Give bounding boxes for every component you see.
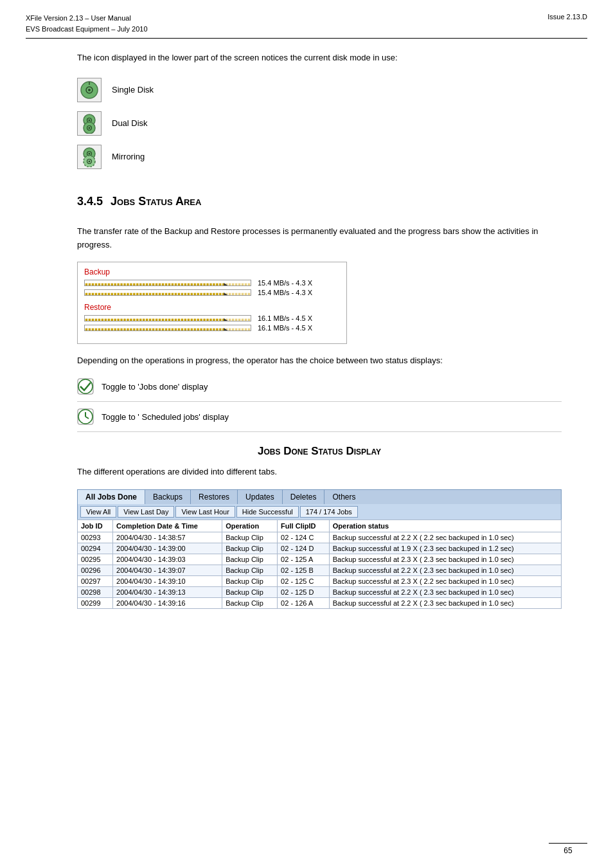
svg-rect-187: [123, 329, 126, 332]
svg-rect-142: [149, 319, 152, 322]
table-row: 002952004/04/30 - 14:39:03Backup Clip02 …: [78, 554, 562, 565]
header-title: XFile Version 2.13 – User Manual: [26, 13, 148, 24]
content: The icon displayed in the lower part of …: [77, 51, 562, 609]
svg-rect-63: [235, 284, 238, 287]
svg-rect-209: [193, 329, 196, 332]
svg-rect-145: [159, 319, 161, 322]
svg-rect-53: [203, 284, 206, 287]
footer: 65: [549, 843, 587, 855]
header-left: XFile Version 2.13 – User Manual EVS Bro…: [26, 13, 148, 34]
svg-rect-205: [181, 329, 183, 332]
tab-all[interactable]: All Jobs Done: [78, 490, 145, 504]
svg-rect-158: [200, 319, 202, 322]
svg-rect-97: [174, 293, 177, 296]
svg-rect-86: [139, 293, 142, 296]
svg-rect-195: [149, 329, 152, 332]
svg-rect-62: [232, 284, 235, 287]
table-cell: 2004/04/30 - 14:38:57: [113, 532, 222, 543]
table-cell: 02 - 124 D: [278, 543, 330, 554]
svg-rect-210: [197, 329, 199, 332]
table-row: 002962004/04/30 - 14:39:07Backup Clip02 …: [78, 565, 562, 575]
svg-rect-90: [152, 293, 155, 296]
svg-rect-143: [152, 319, 155, 322]
view-last-day-button[interactable]: View Last Day: [118, 506, 174, 518]
svg-rect-105: [200, 293, 202, 296]
svg-rect-147: [165, 319, 168, 322]
svg-rect-152: [181, 319, 183, 322]
svg-rect-192: [139, 329, 142, 332]
section-345-title: Jobs Status Area: [111, 195, 201, 208]
tab-backups[interactable]: Backups: [145, 490, 191, 504]
svg-rect-25: [114, 284, 116, 287]
svg-rect-33: [139, 284, 142, 287]
tab-updates[interactable]: Updates: [238, 490, 283, 504]
sub-buttons-row: View AllView Last DayView Last HourHide …: [77, 504, 562, 520]
table-cell: 02 - 125 C: [278, 575, 330, 586]
svg-rect-70: [88, 293, 91, 296]
jobs-done-heading: Jobs Done Status Display: [77, 445, 562, 458]
svg-rect-123: [88, 319, 91, 322]
view-all-button[interactable]: View All: [80, 506, 116, 518]
single-disk-icon: [79, 80, 100, 100]
table-cell: 00293: [78, 532, 113, 543]
backup-bar-1: [84, 280, 251, 286]
toggle-done-icon: [77, 378, 94, 395]
svg-rect-32: [136, 284, 139, 287]
svg-rect-34: [143, 284, 145, 287]
svg-rect-171: [242, 319, 244, 322]
svg-rect-214: [209, 329, 212, 332]
svg-rect-29: [127, 284, 129, 287]
disk-icons-section: Single Disk Dual Disk: [77, 78, 562, 169]
mirror-disk-icon: [79, 147, 100, 167]
svg-rect-96: [171, 293, 173, 296]
tab-restores[interactable]: Restores: [191, 490, 238, 504]
svg-rect-189: [130, 329, 132, 332]
svg-rect-183: [111, 329, 113, 332]
svg-rect-43: [171, 284, 173, 287]
svg-rect-193: [143, 329, 145, 332]
svg-rect-118: [242, 293, 244, 296]
svg-rect-164: [219, 319, 222, 322]
svg-rect-107: [206, 293, 209, 296]
svg-rect-203: [174, 329, 177, 332]
svg-rect-39: [159, 284, 161, 287]
svg-rect-196: [152, 329, 155, 332]
svg-rect-88: [146, 293, 148, 296]
svg-rect-161: [209, 319, 212, 322]
table-cell: 00297: [78, 575, 113, 586]
svg-rect-93: [162, 293, 164, 296]
svg-rect-108: [209, 293, 212, 296]
svg-rect-169: [235, 319, 238, 322]
svg-rect-98: [177, 293, 180, 296]
svg-rect-73: [98, 293, 100, 296]
svg-rect-54: [206, 284, 209, 287]
svg-rect-21: [101, 284, 103, 287]
svg-rect-66: [245, 284, 247, 287]
tab-others[interactable]: Others: [324, 490, 363, 504]
svg-rect-76: [107, 293, 110, 296]
col-header: Full ClipID: [278, 520, 330, 532]
jobs-counter: 174 / 174 Jobs: [300, 506, 358, 518]
svg-rect-19: [94, 284, 97, 287]
svg-point-12: [89, 152, 91, 154]
svg-rect-42: [168, 284, 170, 287]
restore-bar-2: [84, 325, 251, 331]
status-displays-text: Depending on the operations in progress,…: [77, 354, 562, 368]
dual-disk-icon-box: [77, 111, 102, 136]
restore-bar-row-1: 16.1 MB/s - 4.5 X: [84, 314, 340, 322]
svg-rect-41: [165, 284, 168, 287]
svg-rect-129: [107, 319, 110, 322]
svg-rect-127: [101, 319, 103, 322]
svg-point-9: [89, 127, 91, 129]
svg-rect-216: [216, 329, 218, 332]
backup-bar-2: [84, 289, 251, 296]
mirror-disk-icon-box: [77, 145, 102, 169]
hide-successful-button[interactable]: Hide Successful: [236, 506, 299, 518]
single-disk-icon-box: [77, 78, 102, 102]
restore-progress-group: Restore 16.1 MB/s - 4.5 X 16.1 MB/s - 4.…: [84, 303, 340, 332]
svg-rect-100: [184, 293, 186, 296]
svg-rect-119: [245, 293, 247, 296]
view-last-hour-button[interactable]: View Last Hour: [175, 506, 235, 518]
tab-deletes[interactable]: Deletes: [283, 490, 325, 504]
svg-rect-26: [117, 284, 120, 287]
